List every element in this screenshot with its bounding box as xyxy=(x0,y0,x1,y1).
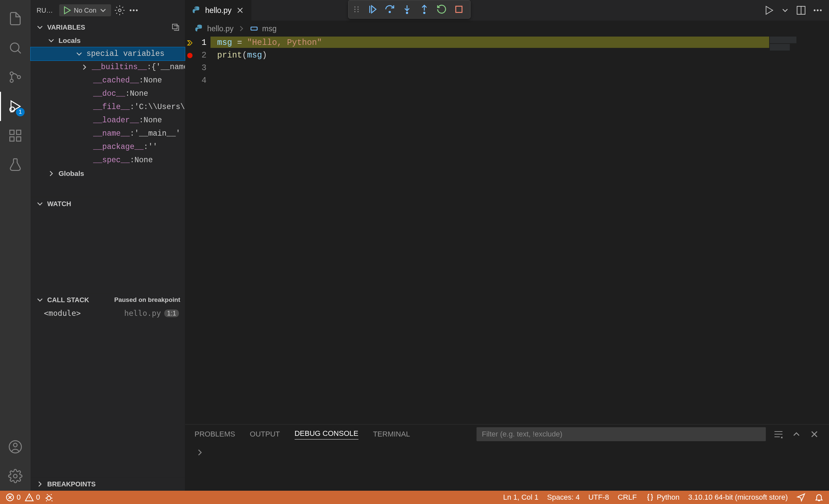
var-cached[interactable]: __cached__: None xyxy=(31,74,185,87)
debug-configure-icon[interactable] xyxy=(114,5,125,15)
code-editor[interactable]: 1 2 3 4 msg = "Hello, Python" print(msg) xyxy=(185,37,829,424)
svg-point-24 xyxy=(406,12,408,14)
variables-header[interactable]: Variables xyxy=(31,21,185,34)
svg-point-25 xyxy=(424,12,425,14)
status-ln-col[interactable]: Ln 1, Col 1 xyxy=(503,493,538,502)
stack-frame[interactable]: <module> hello.py 1:1 xyxy=(31,307,185,320)
status-interpreter[interactable]: 3.10.10 64-bit (microsoft store) xyxy=(688,493,788,502)
code-line-2[interactable]: print(msg) xyxy=(211,49,829,62)
drag-grip-icon[interactable] xyxy=(352,5,361,14)
more-actions-icon[interactable] xyxy=(129,5,139,15)
breadcrumb-symbol: msg xyxy=(262,24,276,33)
watch-header[interactable]: Watch xyxy=(31,197,185,210)
breadcrumb-file: hello.py xyxy=(207,24,233,33)
callstack-pane: Call Stack Paused on breakpoint <module>… xyxy=(31,293,185,477)
svg-rect-26 xyxy=(456,6,462,13)
status-spaces[interactable]: Spaces: 4 xyxy=(547,493,580,502)
locals-label: Locals xyxy=(59,37,81,44)
status-bell-icon[interactable] xyxy=(815,493,824,502)
editor-area: hello.py xyxy=(185,0,829,491)
tab-terminal[interactable]: TERMINAL xyxy=(373,430,410,438)
clear-console-icon[interactable] xyxy=(773,429,784,439)
tab-output[interactable]: OUTPUT xyxy=(250,430,280,438)
frame-position: 1:1 xyxy=(164,310,179,317)
var-spec[interactable]: __spec__: None xyxy=(31,154,185,167)
status-language[interactable]: Python xyxy=(645,493,680,502)
special-variables-row[interactable]: special variables xyxy=(31,47,185,61)
tabs-row: hello.py xyxy=(185,0,829,21)
variables-pane: Variables Locals special variables __bui… xyxy=(31,21,185,197)
var-name[interactable]: __name__: '__main__' xyxy=(31,127,185,140)
tab-problems[interactable]: PROBLEMS xyxy=(194,430,235,438)
explorer-icon[interactable] xyxy=(0,4,31,33)
svg-point-0 xyxy=(10,43,19,51)
svg-point-11 xyxy=(14,474,17,478)
panel-close-icon[interactable] xyxy=(809,429,820,439)
stop-button[interactable] xyxy=(451,1,467,17)
run-file-icon[interactable] xyxy=(764,5,774,15)
step-out-button[interactable] xyxy=(416,1,432,17)
sidebar: RU… No Con Variables xyxy=(31,0,185,491)
status-feedback-icon[interactable] xyxy=(796,493,806,502)
var-package[interactable]: __package__: '' xyxy=(31,140,185,154)
var-builtins[interactable]: __builtins__: {'__name… xyxy=(31,61,185,74)
sidebar-title: RU… xyxy=(37,7,57,14)
tab-label: hello.py xyxy=(205,6,231,15)
editor-more-icon[interactable] xyxy=(813,5,823,15)
var-file[interactable]: __file__: 'C:\\Users\\… xyxy=(31,100,185,114)
accounts-icon[interactable] xyxy=(0,432,31,462)
restart-button[interactable] xyxy=(434,1,449,17)
svg-rect-16 xyxy=(173,24,177,29)
run-dropdown-icon[interactable] xyxy=(781,6,790,15)
debug-config-select[interactable]: No Con xyxy=(59,4,111,16)
status-debug-indicator[interactable] xyxy=(44,493,53,502)
tab-hello-py[interactable]: hello.py xyxy=(185,0,252,21)
breadcrumb[interactable]: hello.py msg xyxy=(185,21,829,37)
console-prompt-icon[interactable] xyxy=(194,447,820,458)
tab-debug-console[interactable]: DEBUG CONSOLE xyxy=(295,429,358,439)
svg-point-14 xyxy=(133,9,134,11)
collapse-all-icon[interactable] xyxy=(171,23,180,32)
split-editor-icon[interactable] xyxy=(796,5,806,15)
python-file-icon xyxy=(194,24,204,33)
panel-maximize-icon[interactable] xyxy=(791,429,802,439)
watch-pane: Watch xyxy=(31,197,185,293)
frame-function: <module> xyxy=(44,309,81,318)
var-loader[interactable]: __loader__: None xyxy=(31,114,185,127)
variables-title: Variables xyxy=(47,24,85,31)
settings-gear-icon[interactable] xyxy=(0,462,31,491)
console-filter-input[interactable] xyxy=(476,427,766,441)
var-doc[interactable]: __doc__: None xyxy=(31,87,185,100)
breakpoint-icon[interactable] xyxy=(187,53,192,58)
continue-button[interactable] xyxy=(364,1,381,17)
step-over-button[interactable] xyxy=(382,1,398,17)
breakpoints-header[interactable]: Breakpoints xyxy=(31,477,185,491)
svg-rect-31 xyxy=(251,27,257,30)
close-tab-icon[interactable] xyxy=(236,6,245,15)
callstack-header[interactable]: Call Stack Paused on breakpoint xyxy=(31,293,185,307)
debug-toolbar[interactable] xyxy=(348,0,471,19)
svg-point-12 xyxy=(118,9,121,12)
testing-icon[interactable] xyxy=(0,150,31,180)
search-icon[interactable] xyxy=(0,33,31,63)
svg-point-15 xyxy=(136,9,137,11)
svg-point-30 xyxy=(820,9,822,11)
status-errors[interactable]: 0 xyxy=(5,493,21,502)
run-debug-icon[interactable]: 1 xyxy=(0,92,31,121)
locals-scope[interactable]: Locals xyxy=(31,34,185,47)
minimap[interactable] xyxy=(770,37,823,50)
source-control-icon[interactable] xyxy=(0,63,31,92)
svg-point-33 xyxy=(47,496,51,500)
globals-label: Globals xyxy=(59,170,84,178)
status-warnings[interactable]: 0 xyxy=(25,493,40,502)
status-encoding[interactable]: UTF-8 xyxy=(588,493,609,502)
globals-scope[interactable]: Globals xyxy=(31,167,185,180)
status-eol[interactable]: CRLF xyxy=(617,493,637,502)
extensions-icon[interactable] xyxy=(0,121,31,150)
special-variables-label: special variables xyxy=(86,49,165,58)
svg-point-3 xyxy=(17,75,20,78)
step-into-button[interactable] xyxy=(399,1,415,17)
frame-file: hello.py xyxy=(124,309,161,318)
execution-pointer-icon xyxy=(186,40,193,46)
debug-badge: 1 xyxy=(16,108,25,116)
